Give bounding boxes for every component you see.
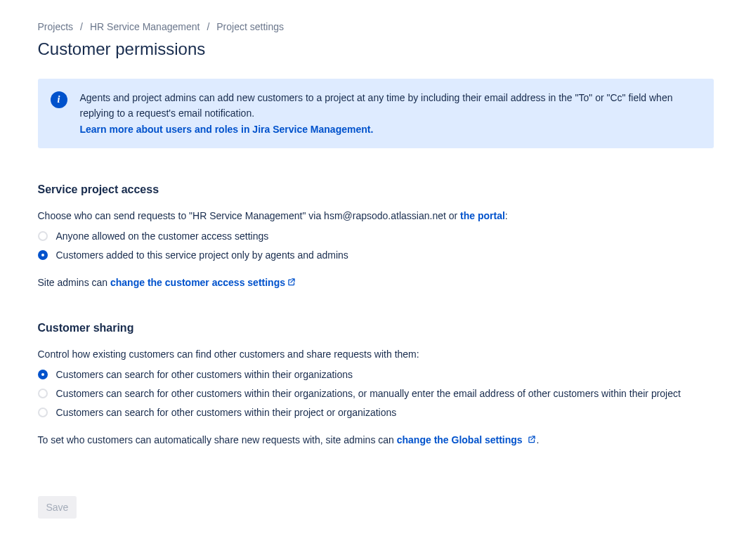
service-project-access-desc: Choose who can send requests to "HR Serv… [38,209,714,223]
desc-text: Choose who can send requests to "HR Serv… [38,210,461,221]
info-panel-learn-more-link[interactable]: Learn more about users and roles in Jira… [80,124,374,135]
radio-label: Customers can search for other customers… [56,386,681,401]
breadcrumb: Projects / HR Service Management / Proje… [38,21,714,32]
customer-sharing-footnote: To set who customers can automatically s… [38,433,714,448]
radio-option-customers-added-by-agents[interactable]: Customers added to this service project … [38,248,714,263]
radio-option-anyone-allowed[interactable]: Anyone allowed on the customer access se… [38,229,714,244]
external-link-icon [287,276,296,291]
breadcrumb-hr-service-management[interactable]: HR Service Management [90,21,200,32]
radio-icon [38,389,48,398]
info-panel: i Agents and project admins can add new … [38,79,714,148]
radio-icon [38,250,48,260]
radio-icon [38,231,48,241]
portal-link[interactable]: the portal [460,210,505,221]
save-button[interactable]: Save [38,496,77,519]
radio-icon [38,408,48,417]
breadcrumb-projects[interactable]: Projects [38,21,74,32]
radio-label: Customers can search for other customers… [56,367,353,382]
info-panel-text: Agents and project admins can add new cu… [80,90,701,137]
breadcrumb-project-settings[interactable]: Project settings [216,21,284,32]
service-project-access-title: Service project access [38,183,714,196]
customer-sharing-title: Customer sharing [38,322,714,334]
radio-label: Anyone allowed on the customer access se… [56,229,269,244]
customer-sharing-section: Customer sharing Control how existing cu… [38,322,714,448]
radio-option-search-project-or-orgs[interactable]: Customers can search for other customers… [38,405,714,420]
service-project-access-footnote: Site admins can change the customer acce… [38,275,714,291]
customer-sharing-desc: Control how existing customers can find … [38,347,714,362]
radio-option-search-orgs-or-manual-email[interactable]: Customers can search for other customers… [38,386,714,401]
desc-text-end: : [505,210,508,221]
external-link-icon [527,434,537,448]
info-panel-message: Agents and project admins can add new cu… [80,92,673,119]
footnote-text: Site admins can [38,277,111,288]
page-title: Customer permissions [38,39,714,59]
service-project-access-radio-group: Anyone allowed on the customer access se… [38,229,714,263]
service-project-access-section: Service project access Choose who can se… [38,183,714,291]
breadcrumb-separator: / [207,21,209,32]
radio-label: Customers added to this service project … [56,248,348,263]
customer-sharing-radio-group: Customers can search for other customers… [38,367,714,420]
info-icon: i [51,91,67,108]
footnote-text: To set who customers can automatically s… [38,434,397,445]
radio-label: Customers can search for other customers… [56,405,397,420]
footnote-text-end: . [537,434,540,445]
breadcrumb-separator: / [80,21,83,32]
change-global-settings-link[interactable]: change the Global settings [397,434,537,445]
radio-icon [38,370,48,379]
change-customer-access-settings-link[interactable]: change the customer access settings [110,277,296,288]
radio-option-search-within-orgs[interactable]: Customers can search for other customers… [38,367,714,382]
